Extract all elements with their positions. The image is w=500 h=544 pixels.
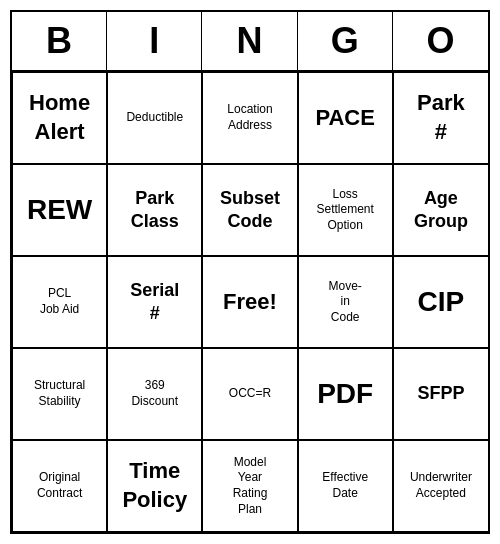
- bingo-cell-text-14: CIP: [418, 284, 465, 320]
- bingo-cell-4[interactable]: Park #: [393, 72, 488, 164]
- bingo-cell-24[interactable]: Underwriter Accepted: [393, 440, 488, 532]
- bingo-cell-text-5: REW: [27, 192, 92, 228]
- header-letter-N: N: [202, 12, 297, 70]
- bingo-cell-text-6: Park Class: [131, 187, 179, 234]
- header-letter-B: B: [12, 12, 107, 70]
- bingo-cell-text-2: Location Address: [227, 102, 272, 133]
- bingo-cell-10[interactable]: PCL Job Aid: [12, 256, 107, 348]
- bingo-cell-23[interactable]: Effective Date: [298, 440, 393, 532]
- header-letter-G: G: [298, 12, 393, 70]
- bingo-cell-text-19: SFPP: [417, 382, 464, 405]
- bingo-cell-9[interactable]: Age Group: [393, 164, 488, 256]
- bingo-cell-text-7: Subset Code: [220, 187, 280, 234]
- bingo-cell-22[interactable]: Model Year Rating Plan: [202, 440, 297, 532]
- bingo-cell-12[interactable]: Free!: [202, 256, 297, 348]
- bingo-cell-text-16: 369 Discount: [131, 378, 178, 409]
- bingo-cell-11[interactable]: Serial #: [107, 256, 202, 348]
- bingo-cell-1[interactable]: Deductible: [107, 72, 202, 164]
- bingo-cell-text-24: Underwriter Accepted: [410, 470, 472, 501]
- bingo-cell-text-11: Serial #: [130, 279, 179, 326]
- bingo-cell-text-3: PACE: [315, 104, 375, 133]
- bingo-cell-text-10: PCL Job Aid: [40, 286, 79, 317]
- bingo-cell-text-15: Structural Stability: [34, 378, 85, 409]
- bingo-cell-16[interactable]: 369 Discount: [107, 348, 202, 440]
- bingo-cell-text-13: Move- in Code: [329, 279, 362, 326]
- bingo-cell-text-12: Free!: [223, 288, 277, 317]
- bingo-card: BINGO Home AlertDeductibleLocation Addre…: [10, 10, 490, 534]
- bingo-cell-text-18: PDF: [317, 376, 373, 412]
- bingo-cell-text-17: OCC=R: [229, 386, 271, 402]
- bingo-cell-21[interactable]: Time Policy: [107, 440, 202, 532]
- bingo-cell-text-9: Age Group: [414, 187, 468, 234]
- bingo-cell-text-4: Park #: [417, 89, 465, 146]
- bingo-cell-0[interactable]: Home Alert: [12, 72, 107, 164]
- bingo-cell-text-1: Deductible: [126, 110, 183, 126]
- bingo-cell-19[interactable]: SFPP: [393, 348, 488, 440]
- bingo-cell-text-23: Effective Date: [322, 470, 368, 501]
- bingo-header: BINGO: [12, 12, 488, 72]
- bingo-cell-3[interactable]: PACE: [298, 72, 393, 164]
- bingo-cell-13[interactable]: Move- in Code: [298, 256, 393, 348]
- bingo-cell-text-20: Original Contract: [37, 470, 82, 501]
- bingo-cell-14[interactable]: CIP: [393, 256, 488, 348]
- bingo-cell-6[interactable]: Park Class: [107, 164, 202, 256]
- bingo-cell-text-8: Loss Settlement Option: [317, 187, 374, 234]
- bingo-cell-18[interactable]: PDF: [298, 348, 393, 440]
- bingo-cell-8[interactable]: Loss Settlement Option: [298, 164, 393, 256]
- header-letter-O: O: [393, 12, 488, 70]
- bingo-cell-text-21: Time Policy: [122, 457, 187, 514]
- bingo-cell-17[interactable]: OCC=R: [202, 348, 297, 440]
- bingo-cell-7[interactable]: Subset Code: [202, 164, 297, 256]
- bingo-cell-15[interactable]: Structural Stability: [12, 348, 107, 440]
- bingo-grid: Home AlertDeductibleLocation AddressPACE…: [12, 72, 488, 532]
- bingo-cell-20[interactable]: Original Contract: [12, 440, 107, 532]
- bingo-cell-5[interactable]: REW: [12, 164, 107, 256]
- header-letter-I: I: [107, 12, 202, 70]
- bingo-cell-text-22: Model Year Rating Plan: [233, 455, 268, 517]
- bingo-cell-text-0: Home Alert: [29, 89, 90, 146]
- bingo-cell-2[interactable]: Location Address: [202, 72, 297, 164]
